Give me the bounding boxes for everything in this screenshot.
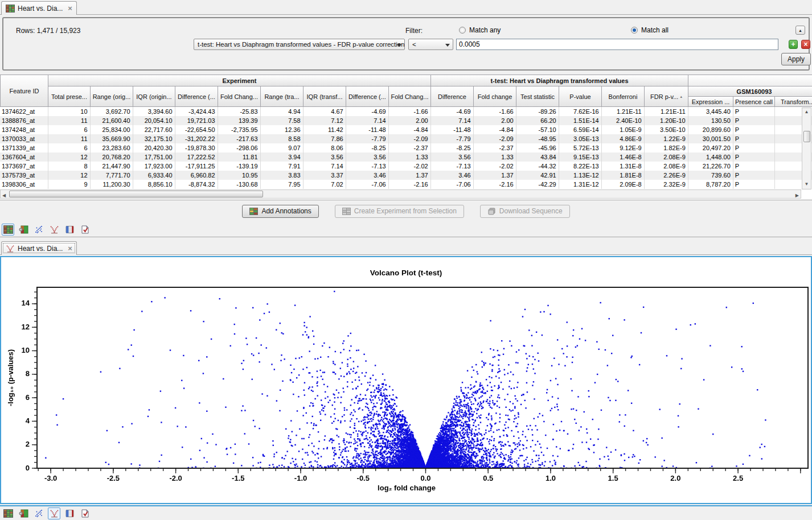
remove-filter-button[interactable]: × [801,40,810,49]
add-filter-button[interactable]: + [789,40,798,49]
table-header: Feature IDExperimentt-test: Heart vs Dia… [0,75,812,107]
collapse-filter-button[interactable]: ▲ [795,26,805,35]
column-header[interactable]: Presence call [733,96,775,107]
table-cell: 1371339_at [0,143,48,152]
add-annotations-button[interactable]: Add Annotations [242,205,318,218]
column-header[interactable]: Expression ... [688,96,733,107]
volcano-plot-canvas[interactable] [1,257,811,503]
horizontal-scrollbar[interactable]: ◀ ▶ [0,189,801,199]
match-all-radio[interactable]: Match all [631,26,669,34]
filter-column-select[interactable]: t-test: Heart vs Diaphragm transformed v… [194,39,405,50]
scroll-right-icon[interactable]: ▶ [795,192,799,200]
scroll-up-icon[interactable]: ▲ [805,108,809,116]
history-view-button[interactable] [63,507,76,519]
table-cell: P [733,125,774,134]
scroll-down-icon[interactable]: ▼ [805,180,809,188]
filter-value-input[interactable] [456,39,778,50]
column-header[interactable]: IQR (transf... [303,86,346,107]
table-cell: 21,447.90 [90,162,133,171]
tab-volcano-plot[interactable]: Heart vs. Dia... × [1,241,77,255]
column-header[interactable]: Fold Chang... [388,86,431,107]
close-icon[interactable]: × [68,244,72,253]
table-row[interactable]: 1367604_at1220,768.2017,751.0017,222.521… [0,152,812,162]
table-cell: 3.37 [303,171,346,180]
element-info-view-button[interactable] [79,224,91,236]
table-cell: -7.13 [346,162,388,171]
table-row[interactable]: 1373697_at821,447.9017,923.00-17,911.25-… [0,162,812,171]
column-header-label: Difference (... [178,93,215,100]
table-cell: -4.84 [473,125,516,134]
table-row[interactable]: 1370033_at1135,669.9032,175.10-31,202.22… [0,134,812,143]
vertical-scrollbar[interactable]: ▲ ▼ [802,108,811,189]
column-header[interactable]: Experiment [48,75,431,86]
column-header[interactable]: Difference (... [346,86,389,107]
table-view-button[interactable] [2,507,14,519]
table-row[interactable]: 1375739_at127,771.706,933.406,960.8210.9… [0,171,812,180]
column-header[interactable]: GSM160093 [688,86,812,97]
column-header[interactable]: FDR p-v...▴ [644,86,688,107]
radio-selected-icon [631,27,638,34]
table-row[interactable]: 1374622_at103,692.703,394.60-3,424.43-25… [0,107,812,116]
annotations-table-icon [249,208,258,215]
table-cell: P [733,152,774,162]
table-cell: 2.08E-9 [644,152,688,162]
column-header[interactable]: Test statistic [516,86,559,107]
table-cell: -11.48 [430,125,473,134]
table-cell: -7.06 [430,180,473,189]
table-cell: 1370033_at [0,134,48,143]
plot-title: Volcano Plot (t-test) [1,269,811,277]
column-header[interactable] [688,75,812,86]
scatter-plot-view-button[interactable] [32,507,45,519]
column-header[interactable]: Range (orig... [90,86,133,107]
table-row[interactable]: 1371339_at623,283.6020,420.30-19,878.30-… [0,143,812,152]
element-info-view-button[interactable] [79,507,91,519]
experiment-view-button[interactable] [17,507,30,519]
volcano-plot-view-button[interactable] [48,507,60,519]
table-cell: 8 [48,162,90,171]
experiment-view-button[interactable] [17,224,30,236]
column-header[interactable]: Bonferroni [601,86,645,107]
scroll-left-icon[interactable]: ◀ [2,192,6,200]
column-header[interactable]: Feature ID [0,75,48,107]
history-view-button[interactable] [63,224,76,236]
table-cell: 66.20 [516,116,559,125]
table-cell: -130.68 [218,180,260,189]
column-header[interactable]: Transform... [774,96,812,107]
download-sequence-button[interactable]: Download Sequence [480,205,570,218]
table-cell: 6 [48,143,90,152]
table-cell: P [733,143,774,152]
table-cell: 20,768.20 [90,152,133,162]
scatter-plot-view-button[interactable] [32,224,45,236]
download-sequence-label: Download Sequence [499,207,563,215]
table-cell: 17,222.52 [175,152,218,162]
table-row[interactable]: 1374248_at625,834.0022,717.60-22,654.50-… [0,125,812,134]
table-row[interactable]: 1388876_at1121,600.4020,054.1019,721.031… [0,116,812,125]
column-header[interactable]: P-value [559,86,602,107]
filter-operator-select[interactable]: < [408,39,453,50]
table-cell: 8.22E-13 [559,162,601,171]
volcano-plot-view-button[interactable] [48,224,60,236]
create-experiment-button[interactable]: Create Experiment from Selection [335,205,464,218]
pane-divider [0,237,812,237]
tab-table-view[interactable]: Heart vs. Dia... × [1,1,77,15]
column-header[interactable]: Difference [430,86,474,107]
column-header[interactable]: Total prese... [48,86,91,107]
column-header[interactable]: Fold Chang... [218,86,261,107]
table-cell: 7.12 [303,116,346,125]
table-cell: 3,394.60 [133,107,175,116]
table-row[interactable]: 1398306_at911,200.308,856.10-8,874.32-13… [0,180,812,189]
table-view-button[interactable] [2,224,14,236]
table-cell: 19,721.03 [175,116,218,125]
close-icon[interactable]: × [68,4,72,13]
table-cell: 7.91 [260,162,303,171]
vertical-scroll-thumb[interactable] [803,131,810,142]
apply-button[interactable]: Apply [781,53,811,65]
horizontal-scroll-thumb[interactable] [9,191,263,197]
column-header[interactable]: Range (tra... [260,86,304,107]
column-header[interactable]: IQR (origin... [133,86,175,107]
table-cell: 7.95 [260,180,303,189]
column-header[interactable]: Difference (... [175,86,218,107]
column-header[interactable]: Fold change [473,86,516,107]
match-any-radio[interactable]: Match any [459,26,501,34]
column-header[interactable]: t-test: Heart vs Diaphragm transformed v… [430,75,688,86]
